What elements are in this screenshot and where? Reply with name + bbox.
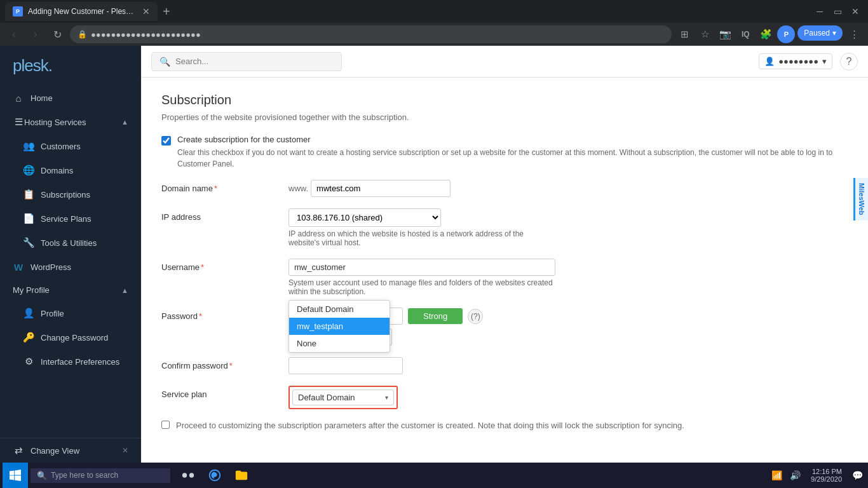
user-menu-label: ●●●●●●●● bbox=[778, 57, 818, 66]
username-label: Username* bbox=[161, 259, 276, 272]
puzzle-icon[interactable]: 🧩 bbox=[757, 25, 775, 43]
miles-web-ad[interactable]: MilesWeb bbox=[853, 178, 868, 220]
wordpress-icon: W bbox=[13, 261, 24, 273]
volume-icon[interactable]: 🔊 bbox=[787, 470, 803, 480]
confirm-password-control: Default Domain mw_testplan None bbox=[288, 357, 555, 374]
sidebar-item-hosting-label: Hosting Services bbox=[24, 118, 121, 127]
create-subscription-checkbox[interactable] bbox=[161, 136, 171, 146]
screenshot-icon[interactable]: 📷 bbox=[716, 25, 734, 43]
paused-label: Paused bbox=[804, 29, 830, 37]
taskbar-clock[interactable]: 12:16 PM 9/29/2020 bbox=[806, 468, 847, 483]
start-button[interactable] bbox=[3, 463, 28, 488]
back-button[interactable]: ‹ bbox=[5, 25, 23, 43]
service-plan-select[interactable]: Default Domain ▾ bbox=[292, 390, 394, 405]
taskbar-edge[interactable] bbox=[202, 463, 227, 488]
sidebar-item-domains[interactable]: 🌐 Domains bbox=[0, 158, 141, 182]
browser-tab-active[interactable]: P Adding New Customer - Plesk O... ✕ bbox=[5, 2, 158, 21]
password-help-button[interactable]: (?) bbox=[468, 309, 483, 324]
sidebar-item-profile[interactable]: 👤 Profile bbox=[0, 301, 141, 325]
notification-icon[interactable]: 💬 bbox=[850, 470, 865, 480]
sidebar-item-interface-prefs-label: Interface Preferences bbox=[41, 357, 119, 367]
search-box[interactable]: 🔍 bbox=[151, 52, 342, 71]
dropdown-item-mw-testplan[interactable]: mw_testplan bbox=[289, 318, 390, 335]
extensions-icon[interactable]: ⊞ bbox=[675, 25, 693, 43]
taskbar: 🔍 Type here to search 📶 🔊 12:16 PM 9/29/… bbox=[0, 463, 868, 488]
minimize-button[interactable]: ─ bbox=[812, 4, 827, 19]
address-bar[interactable]: 🔒 ●●●●●●●●●●●●●●●●●●●●●● bbox=[70, 25, 672, 43]
sidebar-item-my-profile-label: My Profile bbox=[13, 285, 121, 295]
profile-icon: 👤 bbox=[23, 308, 34, 319]
proceed-note: Proceed to customizing the subscription … bbox=[176, 421, 684, 430]
user-menu-button[interactable]: 👤 ●●●●●●●● ▾ bbox=[759, 53, 832, 69]
sidebar-item-home-label: Home bbox=[31, 93, 53, 103]
maximize-button[interactable]: ▭ bbox=[830, 4, 845, 19]
sidebar-item-change-view[interactable]: ⇄ Change View ✕ bbox=[0, 438, 141, 463]
create-subscription-desc: Clear this checkbox if you do not want t… bbox=[177, 147, 848, 170]
change-view-icon: ⇄ bbox=[13, 445, 24, 456]
profile-avatar[interactable]: P bbox=[777, 25, 795, 43]
home-icon: ⌂ bbox=[13, 92, 24, 104]
star-icon[interactable]: ☆ bbox=[696, 25, 714, 43]
service-plan-dropdown[interactable]: Default Domain mw_testplan None bbox=[288, 300, 390, 353]
domain-name-input[interactable] bbox=[311, 180, 451, 197]
new-tab-button[interactable]: + bbox=[163, 4, 170, 19]
sidebar-collapse-button[interactable]: ✕ bbox=[122, 446, 128, 455]
page-section-title: Subscription bbox=[161, 93, 848, 107]
browser-chrome: P Adding New Customer - Plesk O... ✕ + ─… bbox=[0, 0, 868, 46]
sidebar-item-hosting-services[interactable]: ☰ Hosting Services ▲ bbox=[0, 110, 141, 134]
create-subscription-content: Create subscription for the customer Cle… bbox=[177, 135, 848, 170]
proceed-checkbox[interactable] bbox=[161, 421, 170, 429]
sidebar-item-service-plans[interactable]: 📄 Service Plans bbox=[0, 207, 141, 231]
taskbar-file-explorer[interactable] bbox=[229, 463, 254, 488]
tab-close-button[interactable]: ✕ bbox=[142, 7, 150, 16]
search-input[interactable] bbox=[175, 57, 334, 66]
tab-favicon: P bbox=[13, 6, 23, 17]
username-control: System user account used to manage files… bbox=[288, 259, 555, 296]
sidebar-item-interface-preferences[interactable]: ⚙ Interface Preferences bbox=[0, 349, 141, 374]
user-avatar-icon: 👤 bbox=[764, 57, 775, 66]
ip-address-select[interactable]: 103.86.176.10 (shared) bbox=[288, 208, 441, 227]
domain-prefix: www. bbox=[288, 184, 308, 193]
sidebar-item-change-view-label: Change View bbox=[31, 446, 79, 456]
confirm-password-input[interactable] bbox=[288, 357, 403, 374]
sidebar-item-tools-utilities[interactable]: 🔧 Tools & Utilities bbox=[0, 231, 141, 255]
sidebar-item-wordpress[interactable]: W WordPress bbox=[0, 255, 141, 279]
ip-address-group: IP address 103.86.176.10 (shared) IP add… bbox=[161, 208, 848, 247]
taskbar-task-view[interactable] bbox=[175, 463, 201, 488]
search-icon: 🔍 bbox=[159, 57, 170, 67]
confirm-password-row bbox=[288, 357, 555, 374]
service-plan-box: Default Domain ▾ bbox=[288, 386, 398, 409]
taskbar-search[interactable]: 🔍 Type here to search bbox=[31, 468, 170, 483]
subscriptions-icon: 📋 bbox=[23, 189, 34, 200]
password-label: Password* bbox=[161, 308, 276, 321]
top-bar-right: 👤 ●●●●●●●● ▾ ? bbox=[759, 53, 858, 71]
paused-button[interactable]: Paused ▾ bbox=[797, 25, 843, 41]
help-button[interactable]: ? bbox=[840, 53, 858, 71]
sidebar-item-home[interactable]: ⌂ Home bbox=[0, 86, 141, 110]
domain-name-control: www. bbox=[288, 180, 555, 197]
username-input[interactable] bbox=[288, 259, 555, 276]
svg-point-0 bbox=[182, 473, 187, 477]
plesk-dot: . bbox=[48, 56, 52, 75]
user-menu-chevron: ▾ bbox=[822, 57, 827, 66]
network-icon[interactable]: 📶 bbox=[769, 470, 785, 480]
dropdown-item-none[interactable]: None bbox=[289, 335, 390, 352]
hosting-services-chevron: ▲ bbox=[121, 118, 128, 126]
dropdown-item-default-domain[interactable]: Default Domain bbox=[289, 301, 390, 318]
forward-button[interactable]: › bbox=[27, 25, 44, 43]
refresh-button[interactable]: ↻ bbox=[48, 25, 66, 43]
customers-icon: 👥 bbox=[23, 140, 34, 152]
browser-nav-bar: ‹ › ↻ 🔒 ●●●●●●●●●●●●●●●●●●●●●● ⊞ ☆ 📷 IQ … bbox=[0, 23, 868, 46]
sidebar-item-my-profile[interactable]: My Profile ▲ bbox=[0, 279, 141, 301]
settings-icon[interactable]: ⋮ bbox=[845, 25, 863, 43]
close-button[interactable]: ✕ bbox=[848, 4, 863, 19]
sidebar-item-customers[interactable]: 👥 Customers bbox=[0, 134, 141, 158]
nav-icons-right: ⊞ ☆ 📷 IQ 🧩 P Paused ▾ ⋮ bbox=[675, 25, 863, 43]
iq-icon[interactable]: IQ bbox=[736, 25, 754, 43]
service-plan-group: Service plan Default Domain ▾ bbox=[161, 386, 848, 409]
proceed-row: Proceed to customizing the subscription … bbox=[161, 421, 848, 430]
sidebar-item-change-password[interactable]: 🔑 Change Password bbox=[0, 325, 141, 349]
sidebar-item-subscriptions[interactable]: 📋 Subscriptions bbox=[0, 182, 141, 207]
sidebar-item-tools-label: Tools & Utilities bbox=[41, 238, 97, 248]
confirm-password-group: Confirm password* Default Domain mw_test… bbox=[161, 357, 848, 374]
